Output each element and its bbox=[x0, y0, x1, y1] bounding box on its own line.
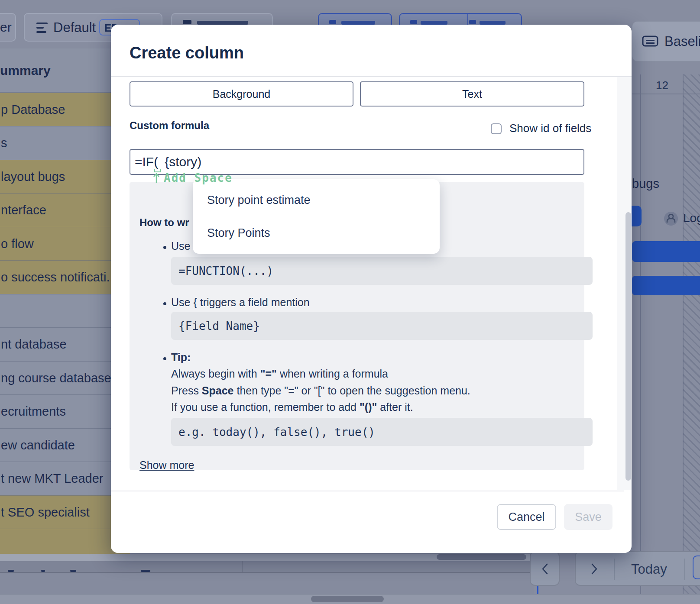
help-tip-line: If you use a function, remember to add "… bbox=[171, 401, 413, 413]
tab-background[interactable]: Background bbox=[130, 81, 353, 107]
table-row[interactable]: ng course database bbox=[0, 361, 130, 394]
code-sample-field: {Field Name} bbox=[171, 312, 593, 340]
table-row[interactable] bbox=[0, 294, 130, 327]
help-tip-label: Tip: bbox=[171, 351, 191, 364]
day-header-label: 12 bbox=[656, 79, 668, 92]
toolbar-partial-button[interactable]: er bbox=[0, 13, 16, 42]
gantt-grid-line bbox=[640, 74, 641, 594]
table-footer-area bbox=[0, 573, 534, 594]
page-bottom-scroll-thumb[interactable] bbox=[311, 596, 384, 602]
table-row[interactable]: t new MKT Leader bbox=[0, 462, 130, 495]
show-more-link[interactable]: Show more bbox=[139, 459, 194, 472]
gantt-grid-line bbox=[683, 74, 684, 594]
show-id-label: Show id of fields bbox=[509, 122, 591, 135]
table-row[interactable]: t SEO specialist bbox=[0, 495, 130, 529]
table-row[interactable]: s bbox=[0, 126, 130, 160]
tab-text[interactable]: Text bbox=[360, 81, 584, 107]
gantt-day-header: 12 bbox=[632, 74, 700, 94]
field-suggestion-dropdown: Story point estimate Story Points bbox=[193, 179, 440, 254]
baseline-label: Baseli bbox=[664, 34, 700, 49]
show-id-checkbox[interactable] bbox=[491, 123, 502, 134]
table-footer-band bbox=[0, 561, 534, 573]
cancel-button[interactable]: Cancel bbox=[497, 504, 556, 530]
add-space-hint: Add Space bbox=[164, 171, 233, 184]
code-sample-examples: e.g. today(), false(), true() bbox=[171, 418, 593, 446]
suggestion-item[interactable]: Story Points bbox=[193, 216, 440, 249]
zoom-control-fragment[interactable] bbox=[693, 556, 700, 579]
modal-footer-divider bbox=[111, 491, 624, 491]
modal-header-divider bbox=[111, 76, 632, 77]
chevron-right-icon[interactable] bbox=[590, 562, 600, 575]
table-row[interactable]: nt database bbox=[0, 327, 130, 361]
arrow-up-icon bbox=[152, 172, 160, 184]
modal-title: Create column bbox=[130, 44, 244, 62]
table-row[interactable] bbox=[0, 529, 130, 554]
gantt-weekend-hatch bbox=[683, 74, 700, 594]
table-row[interactable]: nterface bbox=[0, 193, 130, 227]
gantt-nav-panel: Today bbox=[575, 551, 700, 586]
formula-text-before: =IF( bbox=[135, 155, 158, 169]
create-column-modal: Create column Background Text Custom for… bbox=[111, 25, 632, 553]
modal-scroll-thumb[interactable] bbox=[625, 212, 631, 481]
table-row[interactable]: o flow bbox=[0, 227, 130, 260]
space-marker-icon bbox=[154, 169, 161, 172]
gantt-bar[interactable] bbox=[632, 276, 700, 295]
formula-input[interactable]: =IF({story) bbox=[130, 149, 584, 175]
table-row[interactable]: o success notificati... bbox=[0, 260, 130, 294]
help-tip-line: Press Space then type "=" or "[" to open… bbox=[171, 384, 470, 397]
help-tip-line: Always begin with "=" when writing a for… bbox=[171, 368, 388, 380]
help-bullet-2: Use { triggers a field mention bbox=[171, 296, 310, 309]
gantt-bar[interactable] bbox=[632, 241, 700, 262]
code-sample-function: =FUNCTION(...) bbox=[171, 257, 593, 285]
save-button-disabled[interactable]: Save bbox=[564, 504, 612, 530]
view-selector-label: Default bbox=[53, 20, 96, 36]
gantt-prev-button[interactable] bbox=[530, 551, 560, 586]
table-row[interactable]: p Database bbox=[0, 93, 130, 126]
table-row[interactable]: layout bugs bbox=[0, 160, 130, 193]
summary-header-label: ummary bbox=[0, 63, 51, 78]
table-row[interactable]: ew candidate bbox=[0, 428, 130, 462]
horizontal-scrollbar-thumb[interactable] bbox=[437, 554, 526, 560]
table-row[interactable]: ecruitments bbox=[0, 394, 130, 428]
assignee-label-tail: Log bbox=[683, 211, 700, 225]
toolbar-partial-label: er bbox=[0, 20, 12, 35]
custom-formula-label: Custom formula bbox=[130, 120, 209, 132]
app-root: er Default ED bbox=[0, 0, 700, 604]
baseline-button[interactable]: Baseli bbox=[632, 21, 700, 61]
today-button[interactable]: Today bbox=[631, 562, 667, 577]
suggestion-item[interactable]: Story point estimate bbox=[193, 184, 440, 216]
formula-text-after: {story) bbox=[165, 155, 201, 169]
table-header-summary: ummary bbox=[0, 48, 130, 93]
gantt-bar-label-tail: bugs bbox=[632, 177, 659, 191]
help-heading: How to wr bbox=[139, 216, 189, 229]
